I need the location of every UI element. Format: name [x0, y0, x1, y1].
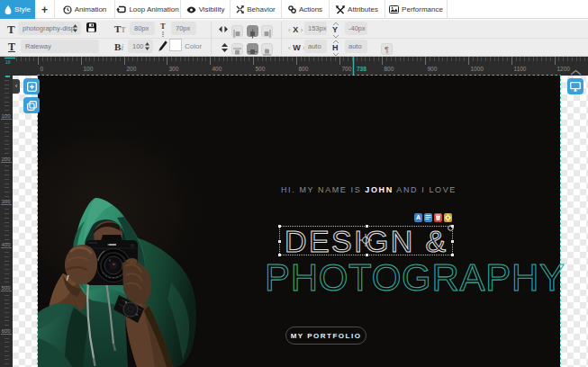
svg-text:400: 400	[213, 66, 222, 72]
svg-text:200: 200	[2, 157, 12, 162]
svg-text:1000: 1000	[471, 66, 484, 72]
svg-text:1200: 1200	[557, 66, 571, 72]
svg-text:200: 200	[127, 66, 137, 72]
svg-text:18: 18	[5, 59, 11, 65]
svg-text:400: 400	[2, 242, 12, 247]
svg-text:1100: 1100	[514, 66, 527, 72]
svg-text:700: 700	[342, 66, 352, 72]
svg-text:0: 0	[41, 66, 44, 72]
svg-text:300: 300	[2, 199, 12, 204]
svg-text:600: 600	[2, 328, 12, 334]
svg-text:100: 100	[84, 66, 94, 72]
svg-text:500: 500	[256, 66, 266, 72]
svg-text:900: 900	[428, 66, 438, 72]
svg-text:738: 738	[357, 66, 366, 72]
svg-text:500: 500	[2, 285, 12, 291]
svg-text:600: 600	[299, 66, 309, 72]
svg-text:100: 100	[2, 113, 12, 119]
svg-text:300: 300	[169, 66, 179, 72]
svg-text:800: 800	[384, 66, 394, 72]
